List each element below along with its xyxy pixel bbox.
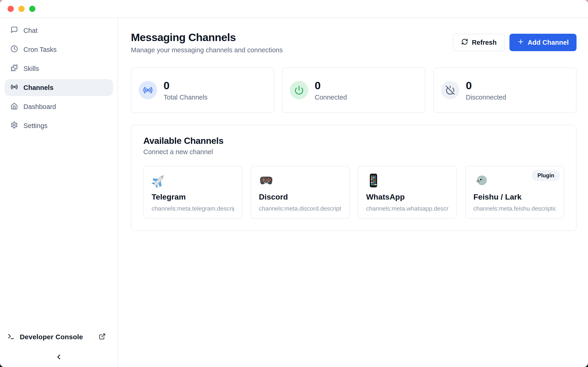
maximize-button[interactable]: [29, 6, 35, 12]
airplane-emoji: [152, 173, 166, 188]
channel-name: Feishu / Lark: [473, 192, 556, 201]
bird-emoji: [473, 173, 488, 188]
chat-bubble-icon: [10, 26, 18, 35]
channel-name: WhatsApp: [366, 192, 449, 201]
mobile-phone-emoji: [366, 173, 381, 188]
power-off-icon: [441, 81, 459, 99]
panel-subtitle: Connect a new channel: [143, 148, 564, 156]
developer-console-label: Developer Console: [20, 333, 83, 341]
sidebar-item-label: Settings: [23, 122, 48, 130]
broadcast-icon: [139, 81, 157, 99]
sidebar-footer: Developer Console: [5, 330, 113, 364]
channel-description: channels:meta.telegram.descript: [152, 205, 234, 212]
main-content: Messaging Channels Manage your messaging…: [118, 18, 588, 367]
sidebar-item-dashboard[interactable]: Dashboard: [5, 98, 113, 115]
developer-console-link[interactable]: Developer Console: [5, 330, 113, 344]
sidebar-item-skills[interactable]: Skills: [5, 60, 113, 77]
plugin-badge: Plugin: [532, 170, 560, 181]
stat-card-total-channels: 0 Total Channels: [131, 67, 274, 113]
sidebar-item-label: Channels: [23, 84, 53, 92]
broadcast-icon: [10, 83, 18, 92]
sidebar: Chat Cron Tasks Skills: [0, 18, 118, 367]
channel-card-discord[interactable]: Discord channels:meta.discord.descriptic: [251, 166, 350, 219]
refresh-icon: [461, 38, 468, 47]
home-icon: [10, 102, 18, 111]
channel-name: Telegram: [152, 192, 234, 201]
sidebar-item-label: Skills: [23, 65, 39, 73]
plus-icon: [517, 38, 524, 47]
clock-icon: [10, 45, 18, 54]
chevron-left-icon: [55, 358, 63, 361]
sidebar-item-settings[interactable]: Settings: [5, 117, 113, 134]
channel-name: Discord: [259, 192, 341, 201]
stats-row: 0 Total Channels 0 Connected: [131, 67, 577, 113]
stat-card-disconnected: 0 Disconnected: [433, 67, 577, 113]
stat-label: Connected: [315, 94, 347, 101]
channel-card-whatsapp[interactable]: WhatsApp channels:meta.whatsapp.descrip: [358, 166, 457, 219]
sidebar-item-label: Cron Tasks: [23, 46, 57, 53]
channel-description: channels:meta.whatsapp.descrip: [366, 205, 449, 212]
gear-icon: [10, 121, 18, 130]
channel-grid: Telegram channels:meta.telegram.descript: [143, 166, 564, 219]
add-channel-button[interactable]: Add Channel: [510, 34, 577, 51]
channel-card-feishu-lark[interactable]: Plugin Feishu / Lark: [465, 166, 564, 219]
stat-label: Disconnected: [466, 94, 506, 101]
sidebar-nav: Chat Cron Tasks Skills: [5, 22, 113, 134]
sidebar-item-chat[interactable]: Chat: [5, 22, 113, 39]
stat-value: 0: [164, 79, 208, 92]
titlebar: [0, 0, 588, 18]
close-button[interactable]: [8, 6, 14, 12]
external-link-icon[interactable]: [99, 333, 106, 341]
stat-value: 0: [315, 79, 347, 92]
power-icon: [290, 81, 308, 99]
channel-card-telegram[interactable]: Telegram channels:meta.telegram.descript: [143, 166, 242, 219]
page-subtitle: Manage your messaging channels and conne…: [131, 46, 283, 54]
stat-label: Total Channels: [164, 94, 208, 101]
minimize-button[interactable]: [18, 6, 25, 12]
refresh-button[interactable]: Refresh: [453, 34, 505, 51]
channel-description: channels:meta.feishu.description: [473, 205, 556, 212]
app-window: Chat Cron Tasks Skills: [0, 0, 588, 367]
page-title: Messaging Channels: [131, 31, 283, 44]
gamepad-emoji: [259, 173, 274, 188]
sidebar-item-channels[interactable]: Channels: [5, 79, 113, 96]
puzzle-icon: [10, 64, 18, 73]
stat-card-connected: 0 Connected: [282, 67, 425, 113]
collapse-sidebar-button[interactable]: [55, 353, 63, 361]
sidebar-item-cron-tasks[interactable]: Cron Tasks: [5, 41, 113, 58]
channel-description: channels:meta.discord.descriptic: [259, 205, 341, 212]
available-channels-panel: Available Channels Connect a new channel: [131, 125, 577, 231]
sidebar-item-label: Dashboard: [23, 103, 56, 110]
panel-title: Available Channels: [143, 136, 564, 146]
stat-value: 0: [466, 79, 506, 92]
sidebar-item-label: Chat: [23, 27, 37, 34]
window-controls: [8, 6, 35, 12]
terminal-icon: [7, 333, 15, 341]
page-header: Messaging Channels Manage your messaging…: [131, 31, 577, 54]
